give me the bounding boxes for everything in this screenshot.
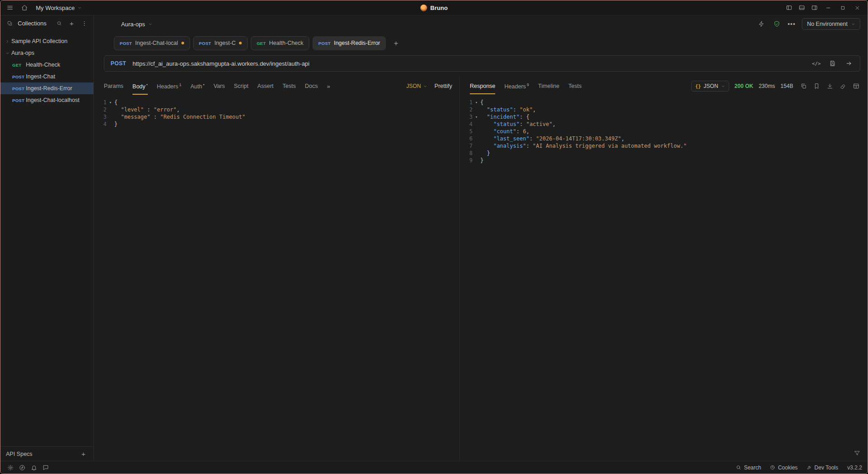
sidebar-item-ingest-redis-error[interactable]: POST Ingest-Redis-Error [0, 82, 93, 94]
copy-icon[interactable] [800, 82, 808, 90]
toggle-bottom-panel-icon[interactable] [796, 2, 808, 13]
api-specs-row[interactable]: API Specs + [0, 446, 93, 461]
download-icon[interactable] [826, 82, 834, 90]
collections-title: Collections [18, 20, 47, 27]
settings-gear-icon[interactable] [6, 463, 15, 472]
devtools-label: Dev Tools [814, 464, 838, 471]
add-collection-icon[interactable]: + [67, 19, 76, 28]
toggle-left-panel-icon[interactable] [783, 2, 795, 13]
code-line[interactable]: 3▾ "incident": { [460, 113, 868, 121]
response-body-editor[interactable]: 1▾{2 "status": "ok",3▾ "incident": {4 "s… [460, 95, 868, 461]
tab-label: Health-Check [269, 40, 303, 46]
tab-health-check[interactable]: GET Health-Check [251, 36, 309, 50]
tab-docs[interactable]: Docs [305, 78, 317, 94]
new-tab-button[interactable]: + [394, 39, 398, 47]
code-line[interactable]: 2 "status": "ok", [460, 106, 868, 113]
line-number: 4 [94, 121, 107, 128]
code-line[interactable]: 1▾{ [94, 99, 459, 106]
notifications-bell-icon[interactable] [29, 463, 39, 472]
search-icon[interactable] [54, 19, 63, 28]
filter-icon[interactable] [854, 450, 860, 456]
code-line[interactable]: 1▾{ [460, 99, 868, 106]
code-text: "analysis": "AI Analysis triggered via a… [480, 142, 687, 150]
explore-compass-icon[interactable] [18, 463, 27, 472]
collection-sample-api[interactable]: Sample API Collection [0, 35, 93, 47]
titlebar-left: My Workspace [4, 2, 84, 13]
tab-response-headers[interactable]: Headers9 [504, 77, 529, 95]
tab-response[interactable]: Response [470, 78, 495, 94]
send-arrow-icon[interactable] [844, 59, 853, 68]
response-actions [800, 82, 860, 90]
tab-headers-label: Headers [157, 83, 178, 90]
breadcrumb[interactable]: Aura-ops [121, 21, 152, 28]
maximize-button[interactable] [836, 2, 849, 14]
home-icon[interactable] [19, 2, 30, 13]
close-button[interactable] [850, 2, 864, 14]
request-body-editor[interactable]: 1▾{2 "level" : "error",3 "message" : "Re… [94, 95, 459, 461]
toggle-right-panel-icon[interactable] [809, 2, 820, 13]
code-line[interactable]: 7 "analysis": "AI Analysis triggered via… [460, 142, 868, 150]
sidebar-item-ingest-chat[interactable]: POST Ingest-Chat [0, 71, 93, 82]
code-line[interactable]: 4 "status": "active", [460, 121, 868, 128]
cookies-button[interactable]: Cookies [770, 464, 797, 471]
tab-ingest-redis-error[interactable]: POST Ingest-Redis-Error [312, 36, 386, 50]
prettify-button[interactable]: Prettify [434, 83, 452, 89]
code-text: } [114, 121, 117, 128]
tab-ingest-c[interactable]: POST Ingest-C [193, 36, 248, 50]
response-format-selector[interactable]: {} JSON [691, 81, 729, 92]
tab-timeline[interactable]: Timeline [538, 78, 560, 94]
bookmark-icon[interactable] [813, 82, 821, 90]
more-options-icon[interactable]: ••• [788, 20, 796, 28]
tab-tests[interactable]: Tests [283, 78, 296, 94]
more-tabs-icon[interactable]: » [327, 83, 330, 90]
tab-script[interactable]: Script [234, 78, 249, 94]
feedback-chat-icon[interactable] [41, 463, 50, 472]
fold-caret-icon[interactable]: ▾ [473, 99, 480, 106]
runner-bolt-icon[interactable] [757, 19, 766, 29]
code-line[interactable]: 9} [460, 157, 868, 164]
tab-body-label: Body [132, 83, 146, 90]
body-mode-label: JSON [406, 83, 421, 89]
search-button[interactable]: Search [736, 464, 761, 471]
collection-header: Aura-ops ••• No Environment [94, 15, 868, 33]
code-line[interactable]: 8 } [460, 150, 868, 157]
collection-label: Aura-ops [11, 50, 34, 56]
add-api-spec-icon[interactable]: + [79, 450, 88, 459]
code-line[interactable]: 5 "count": 6, [460, 128, 868, 135]
code-line[interactable]: 2 "level" : "error", [94, 106, 459, 113]
save-icon[interactable] [828, 59, 837, 68]
collection-aura-ops[interactable]: Aura-ops [0, 47, 93, 59]
fold-caret-icon[interactable]: ▾ [107, 99, 114, 106]
code-text: "last_seen": "2026-04-14T17:30:03.349Z", [480, 135, 624, 142]
tab-auth[interactable]: Auth• [190, 77, 205, 95]
clear-response-icon[interactable] [839, 82, 847, 90]
generate-code-icon[interactable]: </> [812, 61, 821, 67]
tab-body[interactable]: Body• [132, 77, 148, 95]
chevron-down-icon [851, 22, 855, 26]
environment-selector[interactable]: No Environment [802, 18, 860, 30]
url-bar[interactable]: POST https://cf_ai_aura-ops.sakshamgupta… [104, 55, 860, 72]
response-headers-count: 9 [527, 82, 529, 87]
code-line[interactable]: 3 "message" : "Redis Connection Timeout" [94, 113, 459, 121]
api-specs-label: API Specs [6, 451, 32, 457]
body-mode-selector[interactable]: JSON [406, 83, 427, 89]
tab-ingest-chat-local[interactable]: POST Ingest-Chat-local [114, 36, 190, 50]
url-input[interactable]: https://cf_ai_aura-ops.sakshamgupta-ai.w… [132, 60, 805, 67]
code-line[interactable]: 6 "last_seen": "2026-04-14T17:30:03.349Z… [460, 135, 868, 142]
minimize-button[interactable] [821, 2, 835, 14]
kebab-menu-icon[interactable]: ⋮ [80, 19, 89, 28]
code-line[interactable]: 4} [94, 121, 459, 128]
sidebar-item-ingest-chat-localhost[interactable]: POST Ingest-Chat-localhost [0, 94, 93, 106]
tab-params[interactable]: Params [104, 78, 123, 94]
workspace-switcher[interactable]: My Workspace [33, 3, 84, 13]
fold-caret-icon[interactable]: ▾ [473, 113, 480, 121]
tab-response-tests[interactable]: Tests [568, 78, 581, 94]
tab-assert[interactable]: Assert [258, 78, 273, 94]
layout-icon[interactable] [852, 82, 860, 90]
safe-mode-shield-icon[interactable] [772, 19, 781, 29]
menu-icon[interactable] [4, 2, 16, 13]
devtools-button[interactable]: Dev Tools [807, 464, 838, 471]
tab-headers[interactable]: Headers1 [157, 77, 181, 95]
sidebar-item-health-check[interactable]: GET Health-Check [0, 59, 93, 71]
tab-vars[interactable]: Vars [214, 78, 225, 94]
